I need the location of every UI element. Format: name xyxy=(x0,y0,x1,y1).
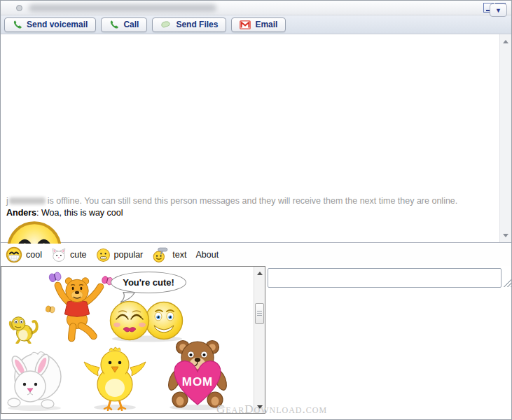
title-bar: × xyxy=(1,1,511,15)
scrollbar-thumb[interactable] xyxy=(255,303,264,324)
speech-bubble-text: You're cute! xyxy=(123,277,174,288)
tab-label: popular xyxy=(114,250,144,260)
phone-icon xyxy=(13,20,22,29)
scroll-down-icon[interactable] xyxy=(254,402,265,412)
tab-label: About xyxy=(195,250,219,260)
chat-scrollbar[interactable] xyxy=(499,34,511,242)
purple-butterfly-icon xyxy=(48,272,62,283)
yellow-butterfly-icon xyxy=(46,305,55,313)
toolbar: Send voicemail Call Send Files Email xyxy=(1,15,511,34)
message-author: Anders xyxy=(6,208,36,218)
email-button[interactable]: Email xyxy=(231,18,286,32)
button-label: Send Files xyxy=(176,20,218,29)
tab-popular[interactable]: popular xyxy=(96,248,144,262)
button-label: Call xyxy=(123,20,139,29)
send-voicemail-button[interactable]: Send voicemail xyxy=(4,18,96,32)
call-button[interactable]: Call xyxy=(101,18,147,32)
grimace-smiley-icon xyxy=(96,248,111,262)
resize-grip[interactable] xyxy=(503,279,511,287)
tab-label: cute xyxy=(70,250,87,260)
phone-icon xyxy=(109,20,119,29)
app-icon xyxy=(16,5,22,11)
offline-notice-text: is offline. You can still send this pers… xyxy=(48,196,458,206)
white-cat-icon xyxy=(51,247,67,262)
tab-label: cool xyxy=(26,250,42,260)
more-actions-button[interactable]: ▼ xyxy=(490,4,507,17)
emoticon-picker-panel: You're cute! xyxy=(1,266,265,414)
mom-heart-teddy-bear-emoticon[interactable]: MOM xyxy=(162,337,233,411)
heart-text: MOM xyxy=(182,375,214,388)
chat-history: jis offline. You can still send this per… xyxy=(1,34,511,243)
white-bunny-emoticon[interactable] xyxy=(1,346,67,412)
tab-about[interactable]: About xyxy=(195,250,219,260)
contact-name-prefix: j xyxy=(6,196,8,206)
speech-bubble: You're cute! xyxy=(111,272,186,293)
tab-label: text xyxy=(172,250,186,260)
yellow-chick-emoticon[interactable] xyxy=(83,344,147,411)
emoticon-panel-scrollbar[interactable] xyxy=(254,267,265,413)
thumb-grip-icon xyxy=(257,311,262,317)
contact-name-redacted xyxy=(9,197,46,204)
send-files-button[interactable]: Send Files xyxy=(152,18,226,32)
flirty-smiley-couple-emoticon[interactable] xyxy=(108,298,186,342)
tab-cute[interactable]: cute xyxy=(51,247,87,262)
offline-notice: jis offline. You can still send this per… xyxy=(6,196,457,206)
paint-roller-smiley-icon xyxy=(152,247,169,262)
scroll-up-icon[interactable] xyxy=(500,36,511,46)
messenger-window: × Send voicemail Call Send Files Email ▼… xyxy=(0,0,512,420)
dancing-pooh-bear-emoticon[interactable] xyxy=(41,270,115,343)
emoticon-tab-bar: cool cute popular xyxy=(1,244,511,266)
send-files-icon xyxy=(160,20,172,29)
grin-smiley-icon xyxy=(6,246,22,263)
button-label: Email xyxy=(255,20,277,29)
window-title-redacted xyxy=(29,4,216,12)
chat-message: Anders: Woa, this is way cool xyxy=(6,208,123,218)
message-text: Woa, this is way cool xyxy=(41,208,123,218)
tab-cool[interactable]: cool xyxy=(6,246,42,263)
watermark: GearDownload.com xyxy=(216,402,327,416)
speech-bubble-tail xyxy=(119,292,137,304)
yellow-gecko-emoticon[interactable] xyxy=(7,313,39,344)
scroll-down-icon[interactable] xyxy=(500,230,511,240)
scroll-up-icon[interactable] xyxy=(254,268,265,278)
chevron-down-icon: ▼ xyxy=(495,7,501,14)
message-input[interactable] xyxy=(268,268,501,288)
tab-text[interactable]: text xyxy=(152,247,186,262)
email-icon xyxy=(240,20,251,29)
button-label: Send voicemail xyxy=(27,20,88,29)
